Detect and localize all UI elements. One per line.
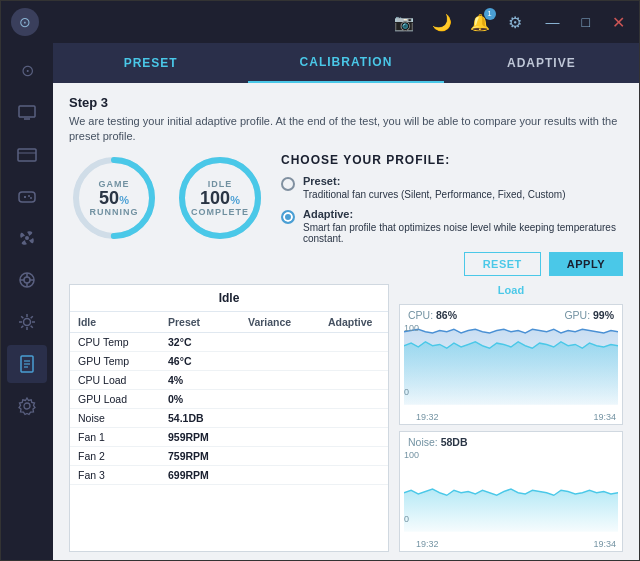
sidebar: ⊙ <box>1 43 53 560</box>
svg-point-7 <box>28 195 30 197</box>
load-y-min: 0 <box>404 387 409 397</box>
game-value: 50% <box>99 189 129 207</box>
svg-point-8 <box>30 197 32 199</box>
minimize-button[interactable]: — <box>542 12 564 32</box>
noise-stat: Noise: 58DB <box>408 436 468 448</box>
noise-y-max: 100 <box>404 450 419 460</box>
preset-option[interactable]: Preset: Traditional fan curves (Silent, … <box>281 175 623 200</box>
table-row: Fan 1 959RPM <box>70 428 388 447</box>
apply-button[interactable]: APPLY <box>549 252 623 276</box>
table-row: Noise 54.1DB <box>70 409 388 428</box>
sidebar-item-brightness[interactable] <box>7 303 47 341</box>
game-gauge-circle: GAME 50% RUNNING <box>69 153 159 243</box>
profile-heading: CHOOSE YOUR PROFILE: <box>281 153 623 167</box>
load-y-max: 100 <box>404 323 419 333</box>
idle-label-bot: COMPLETE <box>191 207 249 217</box>
table-row: GPU Load 0% <box>70 390 388 409</box>
profile-options: CHOOSE YOUR PROFILE: Preset: Traditional… <box>281 153 623 276</box>
noise-chart-header: Noise: 58DB <box>400 432 622 448</box>
adaptive-option[interactable]: Adaptive: Smart fan profile that optimiz… <box>281 208 623 244</box>
tab-adaptive[interactable]: ADAPTIVE <box>444 43 639 83</box>
noise-chart-body: 100 0 <box>400 448 622 538</box>
profile-choose-area: GAME 50% RUNNING <box>53 153 639 276</box>
idle-gauge-circle: IDLE 100% COMPLETE <box>175 153 265 243</box>
profile-buttons: RESET APPLY <box>281 252 623 276</box>
adaptive-radio[interactable] <box>281 210 295 224</box>
table-row: GPU Temp 46°C <box>70 352 388 371</box>
tab-calibration[interactable]: CALIBRATION <box>248 43 443 83</box>
sidebar-item-settings[interactable] <box>7 387 47 425</box>
table-header: Idle Preset Variance Adaptive <box>70 312 388 333</box>
title-bar-left: ⊙ <box>11 8 39 36</box>
settings-icon[interactable]: ⚙ <box>508 13 522 32</box>
step-title: Step 3 <box>69 95 623 110</box>
sidebar-item-home[interactable]: ⊙ <box>7 51 47 89</box>
sidebar-item-gamepad[interactable] <box>7 177 47 215</box>
title-bar-controls: — □ ✕ <box>542 11 629 34</box>
close-button[interactable]: ✕ <box>608 11 629 34</box>
sidebar-item-display[interactable] <box>7 93 47 131</box>
svg-rect-2 <box>18 149 36 161</box>
load-chart: CPU: 86% GPU: 99% 100 0 <box>399 304 623 425</box>
game-gauge: GAME 50% RUNNING <box>69 153 159 243</box>
notification-icon[interactable]: 🔔 1 <box>470 13 490 32</box>
title-bar-icons: 📷 🌙 🔔 1 ⚙ <box>394 13 522 32</box>
idle-gauge: IDLE 100% COMPLETE <box>175 153 265 243</box>
maximize-button[interactable]: □ <box>578 12 594 32</box>
svg-point-16 <box>24 319 31 326</box>
svg-point-9 <box>25 236 29 240</box>
preset-radio[interactable] <box>281 177 295 191</box>
table-row: Fan 2 759RPM <box>70 447 388 466</box>
game-label-bot: RUNNING <box>90 207 139 217</box>
idle-gauge-inner: IDLE 100% COMPLETE <box>191 179 249 217</box>
charts-panel: Load CPU: 86% GPU: 99% 100 <box>389 284 623 552</box>
gpu-stat: GPU: 99% <box>564 309 614 321</box>
noise-y-min: 0 <box>404 514 409 524</box>
step-section: Step 3 We are testing your initial adapt… <box>53 83 639 153</box>
svg-line-24 <box>21 326 23 328</box>
tab-preset[interactable]: PRESET <box>53 43 248 83</box>
tabs: PRESET CALIBRATION ADAPTIVE <box>53 43 639 83</box>
svg-rect-4 <box>19 192 35 202</box>
main-layout: ⊙ <box>1 43 639 560</box>
table-row: CPU Load 4% <box>70 371 388 390</box>
content-area: PRESET CALIBRATION ADAPTIVE Step 3 We ar… <box>53 43 639 560</box>
svg-point-11 <box>24 277 30 283</box>
app-logo: ⊙ <box>11 8 39 36</box>
idle-value: 100% <box>200 189 240 207</box>
cpu-stat: CPU: 86% <box>408 309 457 321</box>
table-panel: Idle Idle Preset Variance Adaptive CPU T… <box>69 284 389 552</box>
step-description: We are testing your initial adaptive pro… <box>69 114 623 145</box>
night-mode-icon[interactable]: 🌙 <box>432 13 452 32</box>
preset-text: Preset: Traditional fan curves (Silent, … <box>303 175 566 200</box>
app-window: ⊙ 📷 🌙 🔔 1 ⚙ — □ ✕ ⊙ <box>0 0 640 561</box>
reset-button[interactable]: RESET <box>464 252 541 276</box>
load-chart-title: Load <box>399 284 623 296</box>
camera-icon[interactable]: 📷 <box>394 13 414 32</box>
sidebar-item-monitor[interactable] <box>7 135 47 173</box>
sidebar-item-tune[interactable] <box>7 261 47 299</box>
svg-line-22 <box>31 326 33 328</box>
sidebar-item-fan[interactable] <box>7 219 47 257</box>
load-chart-header: CPU: 86% GPU: 99% <box>400 305 622 321</box>
svg-line-23 <box>31 316 33 318</box>
svg-rect-0 <box>19 106 35 117</box>
load-chart-body: 100 0 <box>400 321 622 411</box>
adaptive-text: Adaptive: Smart fan profile that optimiz… <box>303 208 623 244</box>
svg-line-21 <box>21 316 23 318</box>
data-section: Idle Idle Preset Variance Adaptive CPU T… <box>53 276 639 560</box>
sidebar-item-report[interactable] <box>7 345 47 383</box>
gauges-area: GAME 50% RUNNING <box>69 153 265 243</box>
game-gauge-inner: GAME 50% RUNNING <box>90 179 139 217</box>
table-row: CPU Temp 32°C <box>70 333 388 352</box>
svg-point-29 <box>24 403 30 409</box>
title-bar: ⊙ 📷 🌙 🔔 1 ⚙ — □ ✕ <box>1 1 639 43</box>
notification-badge: 1 <box>484 8 496 20</box>
noise-chart: Noise: 58DB 100 0 <box>399 431 623 552</box>
table-title: Idle <box>70 285 388 312</box>
table-row: Fan 3 699RPM <box>70 466 388 485</box>
